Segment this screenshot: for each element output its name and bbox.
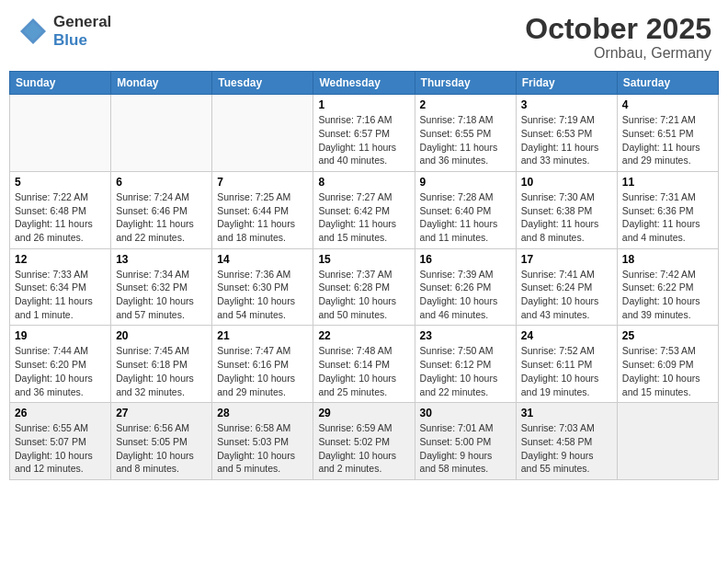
day-number: 23 (420, 329, 511, 342)
day-info: Sunrise: 6:56 AMSunset: 5:05 PMDaylight:… (116, 421, 207, 476)
day-number: 15 (318, 253, 409, 266)
day-info: Sunrise: 7:22 AMSunset: 6:48 PMDaylight:… (15, 190, 106, 245)
logo: General Blue (17, 13, 111, 50)
day-number: 29 (318, 407, 409, 419)
calendar-cell (617, 403, 718, 480)
col-header-thursday: Thursday (415, 72, 516, 95)
calendar-week-row: 5Sunrise: 7:22 AMSunset: 6:48 PMDaylight… (10, 171, 719, 248)
day-info: Sunrise: 6:59 AMSunset: 5:02 PMDaylight:… (318, 421, 409, 476)
day-info: Sunrise: 6:58 AMSunset: 5:03 PMDaylight:… (217, 421, 308, 476)
day-number: 13 (116, 253, 207, 266)
title-block: October 2025 Ornbau, Germany (525, 13, 711, 62)
day-info: Sunrise: 7:27 AMSunset: 6:42 PMDaylight:… (318, 190, 409, 245)
calendar-cell: 26Sunrise: 6:55 AMSunset: 5:07 PMDayligh… (10, 403, 111, 480)
calendar-cell: 18Sunrise: 7:42 AMSunset: 6:22 PMDayligh… (617, 248, 718, 326)
col-header-wednesday: Wednesday (313, 72, 415, 95)
day-number: 18 (622, 253, 713, 266)
day-number: 7 (217, 176, 308, 189)
calendar-cell: 7Sunrise: 7:25 AMSunset: 6:44 PMDaylight… (212, 171, 313, 248)
day-info: Sunrise: 7:39 AMSunset: 6:26 PMDaylight:… (420, 268, 511, 322)
day-number: 2 (420, 98, 511, 111)
calendar-cell: 28Sunrise: 6:58 AMSunset: 5:03 PMDayligh… (212, 403, 313, 480)
col-header-sunday: Sunday (10, 72, 111, 95)
day-number: 21 (217, 329, 308, 342)
calendar-week-row: 12Sunrise: 7:33 AMSunset: 6:34 PMDayligh… (10, 248, 719, 326)
calendar-cell: 10Sunrise: 7:30 AMSunset: 6:38 PMDayligh… (516, 171, 617, 248)
day-number: 14 (217, 253, 308, 266)
day-info: Sunrise: 7:37 AMSunset: 6:28 PMDaylight:… (318, 268, 409, 322)
logo-text: General Blue (53, 13, 111, 50)
calendar-cell: 21Sunrise: 7:47 AMSunset: 6:16 PMDayligh… (212, 326, 313, 403)
day-info: Sunrise: 7:42 AMSunset: 6:22 PMDaylight:… (622, 268, 713, 322)
calendar-cell: 6Sunrise: 7:24 AMSunset: 6:46 PMDaylight… (111, 171, 212, 248)
calendar-cell: 2Sunrise: 7:18 AMSunset: 6:55 PMDaylight… (415, 95, 516, 172)
day-info: Sunrise: 7:34 AMSunset: 6:32 PMDaylight:… (116, 268, 207, 322)
day-info: Sunrise: 7:50 AMSunset: 6:12 PMDaylight:… (420, 344, 511, 398)
logo-general: General (53, 13, 111, 31)
day-number: 5 (15, 176, 106, 189)
calendar-cell: 9Sunrise: 7:28 AMSunset: 6:40 PMDaylight… (415, 171, 516, 248)
calendar-header-row: SundayMondayTuesdayWednesdayThursdayFrid… (10, 72, 719, 95)
calendar-cell: 12Sunrise: 7:33 AMSunset: 6:34 PMDayligh… (10, 248, 111, 326)
day-number: 12 (15, 253, 106, 266)
day-number: 24 (521, 329, 612, 342)
day-info: Sunrise: 7:41 AMSunset: 6:24 PMDaylight:… (521, 268, 612, 322)
col-header-friday: Friday (516, 72, 617, 95)
day-number: 16 (420, 253, 511, 266)
calendar-cell: 1Sunrise: 7:16 AMSunset: 6:57 PMDaylight… (313, 95, 415, 172)
day-info: Sunrise: 7:19 AMSunset: 6:53 PMDaylight:… (521, 113, 612, 167)
calendar-table: SundayMondayTuesdayWednesdayThursdayFrid… (9, 71, 719, 480)
day-info: Sunrise: 7:47 AMSunset: 6:16 PMDaylight:… (217, 344, 308, 398)
day-info: Sunrise: 7:01 AMSunset: 5:00 PMDaylight:… (420, 421, 511, 476)
day-info: Sunrise: 7:28 AMSunset: 6:40 PMDaylight:… (420, 190, 511, 245)
calendar-cell: 3Sunrise: 7:19 AMSunset: 6:53 PMDaylight… (516, 95, 617, 172)
day-info: Sunrise: 7:24 AMSunset: 6:46 PMDaylight:… (116, 190, 207, 245)
day-number: 25 (622, 329, 713, 342)
calendar-cell: 23Sunrise: 7:50 AMSunset: 6:12 PMDayligh… (415, 326, 516, 403)
calendar-cell: 16Sunrise: 7:39 AMSunset: 6:26 PMDayligh… (415, 248, 516, 326)
day-number: 31 (521, 407, 612, 419)
calendar-week-row: 26Sunrise: 6:55 AMSunset: 5:07 PMDayligh… (10, 403, 719, 480)
day-info: Sunrise: 6:55 AMSunset: 5:07 PMDaylight:… (15, 421, 106, 476)
day-number: 20 (116, 329, 207, 342)
logo-icon (17, 15, 50, 48)
day-info: Sunrise: 7:36 AMSunset: 6:30 PMDaylight:… (217, 268, 308, 322)
day-number: 8 (318, 176, 409, 189)
col-header-saturday: Saturday (617, 72, 718, 95)
day-info: Sunrise: 7:25 AMSunset: 6:44 PMDaylight:… (217, 190, 308, 245)
day-number: 30 (420, 407, 511, 419)
day-number: 4 (622, 98, 713, 111)
calendar-cell: 14Sunrise: 7:36 AMSunset: 6:30 PMDayligh… (212, 248, 313, 326)
calendar-cell (10, 95, 111, 172)
day-info: Sunrise: 7:53 AMSunset: 6:09 PMDaylight:… (622, 344, 713, 398)
calendar-cell (111, 95, 212, 172)
day-number: 28 (217, 407, 308, 419)
calendar-cell: 22Sunrise: 7:48 AMSunset: 6:14 PMDayligh… (313, 326, 415, 403)
day-number: 6 (116, 176, 207, 189)
day-number: 26 (15, 407, 106, 419)
day-number: 1 (318, 98, 409, 111)
day-info: Sunrise: 7:21 AMSunset: 6:51 PMDaylight:… (622, 113, 713, 167)
day-info: Sunrise: 7:03 AMSunset: 4:58 PMDaylight:… (521, 421, 612, 476)
day-info: Sunrise: 7:48 AMSunset: 6:14 PMDaylight:… (318, 344, 409, 398)
day-info: Sunrise: 7:45 AMSunset: 6:18 PMDaylight:… (116, 344, 207, 398)
calendar-cell: 17Sunrise: 7:41 AMSunset: 6:24 PMDayligh… (516, 248, 617, 326)
calendar-cell (212, 95, 313, 172)
calendar-cell: 31Sunrise: 7:03 AMSunset: 4:58 PMDayligh… (516, 403, 617, 480)
day-number: 27 (116, 407, 207, 419)
calendar-cell: 15Sunrise: 7:37 AMSunset: 6:28 PMDayligh… (313, 248, 415, 326)
day-info: Sunrise: 7:18 AMSunset: 6:55 PMDaylight:… (420, 113, 511, 167)
day-number: 22 (318, 329, 409, 342)
calendar-cell: 11Sunrise: 7:31 AMSunset: 6:36 PMDayligh… (617, 171, 718, 248)
month-title: October 2025 (525, 13, 711, 45)
day-number: 17 (521, 253, 612, 266)
logo-blue: Blue (53, 31, 111, 50)
day-info: Sunrise: 7:16 AMSunset: 6:57 PMDaylight:… (318, 113, 409, 167)
day-number: 11 (622, 176, 713, 189)
calendar-cell: 19Sunrise: 7:44 AMSunset: 6:20 PMDayligh… (10, 326, 111, 403)
calendar-cell: 27Sunrise: 6:56 AMSunset: 5:05 PMDayligh… (111, 403, 212, 480)
day-info: Sunrise: 7:31 AMSunset: 6:36 PMDaylight:… (622, 190, 713, 245)
location-title: Ornbau, Germany (525, 45, 711, 62)
day-info: Sunrise: 7:30 AMSunset: 6:38 PMDaylight:… (521, 190, 612, 245)
calendar-cell: 8Sunrise: 7:27 AMSunset: 6:42 PMDaylight… (313, 171, 415, 248)
